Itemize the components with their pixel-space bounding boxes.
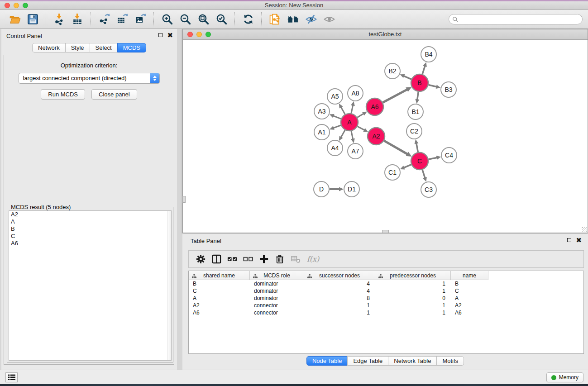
tab-edge-table[interactable]: Edge Table (347, 356, 388, 366)
table-toolbar: f(x) (188, 250, 584, 268)
import-network-icon[interactable] (53, 13, 66, 26)
mcds-result-item[interactable]: C (9, 233, 171, 240)
column-visibility-icon[interactable] (211, 253, 222, 266)
deselect-all-icon[interactable] (243, 253, 254, 266)
hide-selected-icon[interactable] (322, 13, 336, 26)
float-panel-icon[interactable] (567, 238, 571, 242)
zoom-fit-icon[interactable] (196, 13, 210, 26)
mcds-result-list[interactable]: A2ABCA6 (9, 210, 172, 361)
table-cell[interactable]: A (189, 295, 250, 301)
network-window-titlebar[interactable]: testGlobe.txt (183, 29, 588, 40)
search-field[interactable] (449, 14, 583, 24)
graph-edge-A2-C[interactable] (384, 141, 409, 155)
table-row[interactable]: A6connector11A6 (189, 309, 583, 316)
table-cell[interactable]: connector (250, 310, 304, 316)
tab-node-table[interactable]: Node Table (306, 356, 348, 366)
close-panel-button[interactable]: Close panel (91, 89, 137, 100)
tab-network-table[interactable]: Network Table (388, 356, 437, 366)
close-window-button[interactable] (5, 3, 10, 8)
zoom-window-button[interactable] (23, 3, 28, 8)
table-cell[interactable]: 1 (304, 302, 375, 309)
close-panel-icon[interactable]: ✖ (576, 238, 582, 243)
graphics-details-icon[interactable] (304, 13, 318, 26)
scrollbar-track[interactable] (167, 211, 171, 360)
memory-button[interactable]: Memory (546, 372, 583, 382)
table-cell[interactable]: A6 (451, 310, 488, 316)
zoom-out-icon[interactable] (178, 13, 192, 26)
open-file-icon[interactable] (8, 13, 21, 26)
table-cell[interactable]: A2 (189, 302, 250, 309)
node-table[interactable]: shared nameMCDS rolesuccessor nodesprede… (188, 271, 584, 354)
table-cell[interactable]: A (451, 295, 488, 301)
table-cell[interactable]: connector (250, 302, 304, 309)
new-network-from-file-icon[interactable] (268, 13, 282, 26)
table-row[interactable]: Adominator80A (189, 295, 583, 302)
mcds-result-item[interactable]: A (9, 218, 171, 225)
table-cell[interactable]: 1 (304, 310, 375, 316)
tab-mcds[interactable]: MCDS (117, 43, 146, 52)
table-row[interactable]: Bdominator41B (189, 280, 583, 287)
select-all-icon[interactable] (227, 253, 238, 266)
tab-network[interactable]: Network (32, 43, 66, 52)
graph-edge-A6-B[interactable] (383, 89, 409, 103)
first-neighbors-icon[interactable] (286, 13, 300, 26)
table-cell[interactable]: B (451, 281, 488, 287)
table-cell[interactable]: dominator (250, 281, 304, 287)
mcds-result-item[interactable]: A6 (9, 240, 171, 247)
network-close-button[interactable] (187, 32, 193, 37)
add-column-icon[interactable] (258, 253, 270, 266)
table-cell[interactable]: dominator (250, 295, 304, 301)
table-cell[interactable]: 1 (375, 302, 451, 309)
export-image-icon[interactable] (134, 13, 147, 26)
network-canvas[interactable]: B4B2BB3B1A5A8A3AA1A4A7A6A2C2CC4C1C3DD1 (183, 40, 588, 233)
mcds-result-item[interactable]: B (9, 225, 171, 233)
minimize-window-button[interactable] (14, 3, 19, 8)
import-table-icon[interactable] (71, 13, 84, 26)
table-cell[interactable]: A2 (451, 302, 488, 309)
float-panel-icon[interactable] (158, 33, 163, 37)
table-cell[interactable]: 4 (304, 281, 375, 287)
column-header-name[interactable]: name (451, 271, 488, 280)
column-header-successor-nodes[interactable]: successor nodes (304, 271, 375, 280)
table-cell[interactable]: C (189, 288, 250, 294)
save-session-icon[interactable] (26, 13, 39, 26)
network-minimize-button[interactable] (196, 32, 202, 37)
table-row[interactable]: Cdominator41C (189, 287, 583, 295)
table-row[interactable]: A2connector11A2 (189, 302, 583, 309)
table-cell[interactable]: 1 (375, 288, 451, 294)
table-cell[interactable]: C (451, 288, 488, 294)
optimization-criterion-select[interactable]: largest connected component (directed) (19, 73, 160, 84)
table-cell[interactable]: 1 (375, 310, 451, 316)
run-mcds-button[interactable]: Run MCDS (41, 89, 85, 100)
task-history-button[interactable] (5, 372, 18, 382)
tab-motifs[interactable]: Motifs (436, 356, 464, 366)
close-panel-icon[interactable]: ✖ (167, 33, 173, 38)
table-cell[interactable]: B (189, 281, 250, 287)
table-cell[interactable]: 1 (375, 281, 451, 287)
mcds-result-item[interactable]: A2 (9, 211, 171, 218)
zoom-in-icon[interactable] (160, 13, 174, 26)
column-header-MCDS-role[interactable]: MCDS role (250, 271, 304, 280)
export-network-icon[interactable] (97, 13, 111, 26)
column-header-predecessor-nodes[interactable]: predecessor nodes (375, 271, 451, 280)
export-table-icon[interactable] (115, 13, 129, 26)
table-cell[interactable]: 8 (304, 295, 375, 301)
network-graph[interactable]: B4B2BB3B1A5A8A3AA1A4A7A6A2C2CC4C1C3DD1 (183, 40, 588, 233)
splitter-handle[interactable] (182, 196, 186, 203)
column-header-shared-name[interactable]: shared name (189, 271, 250, 280)
table-cell[interactable]: 0 (375, 295, 451, 301)
network-zoom-button[interactable] (206, 32, 211, 37)
resize-grip[interactable] (582, 227, 587, 232)
refresh-icon[interactable] (241, 13, 255, 26)
table-cell[interactable]: A6 (189, 310, 250, 316)
zoom-selected-icon[interactable] (215, 13, 228, 26)
tab-select[interactable]: Select (90, 43, 118, 52)
settings-gear-icon[interactable] (195, 253, 206, 266)
splitter-handle[interactable] (382, 230, 389, 233)
search-input[interactable] (459, 16, 582, 23)
edge-arrowhead (330, 126, 335, 129)
tab-style[interactable]: Style (65, 43, 90, 52)
table-cell[interactable]: 4 (304, 288, 375, 294)
delete-column-icon[interactable] (274, 253, 286, 266)
table-cell[interactable]: dominator (250, 288, 304, 294)
